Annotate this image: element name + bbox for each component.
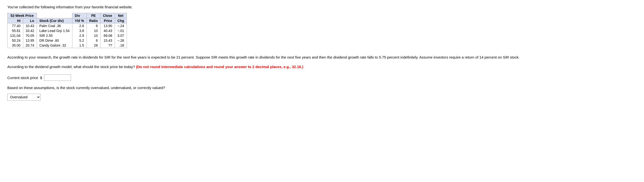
cell-hi-2: 131.04 (8, 33, 23, 38)
cell-lo-1: 33.42 (23, 28, 37, 33)
cell-pe-1: 10 (86, 28, 100, 33)
question-paragraph: According to the dividend growth model, … (7, 64, 637, 70)
header-52week: 52-Week Price (8, 13, 37, 18)
intro-text: You've collected the following informati… (7, 5, 637, 9)
valuation-select[interactable]: OvervaluedUndervaluedCorrectly valued (7, 94, 40, 100)
header-lo: Lo (23, 18, 37, 23)
header-empty (37, 13, 72, 18)
cell-stock-3: DR Dime .80 (37, 38, 72, 43)
stock-table-container: 52-Week Price Div PE Close Net Hi Lo Sto… (7, 13, 127, 48)
question-instruction: (Do not round intermediate calculations … (136, 65, 303, 69)
cell-div_yld-2: 2.9 (72, 33, 86, 38)
dollar-sign: $ (40, 76, 42, 80)
table-row: 35.0020.74Candy Galore .321.528??.18 (8, 43, 127, 48)
cell-pe-2: 10 (86, 33, 100, 38)
cell-lo-3: 13.95 (23, 38, 37, 43)
cell-close-2: 89.08 (100, 33, 115, 38)
valuation-select-container: OvervaluedUndervaluedCorrectly valued (7, 94, 637, 100)
cell-pe-0: 6 (86, 23, 100, 28)
table-row: 50.2413.95DR Dime .805.2615.43−.26 (8, 38, 127, 43)
cell-stock-1: Lake Lead Grp 1.54 (37, 28, 72, 33)
header-close: Close (100, 13, 115, 18)
cell-stock-0: Palm Coal .36 (37, 23, 72, 28)
header-net-chg: Chg (115, 18, 127, 23)
cell-close-3: 15.43 (100, 38, 115, 43)
header-stock: Stock (Cur div) (37, 18, 72, 23)
stock-table: 52-Week Price Div PE Close Net Hi Lo Sto… (7, 13, 127, 48)
valuation-label: Based on these assumptions, is the stock… (7, 86, 637, 90)
current-stock-price-input[interactable] (44, 74, 71, 81)
question-prefix: According to the dividend growth model, … (7, 65, 135, 69)
table-row: 55.8133.42Lake Lead Grp 1.543.81040.43−.… (8, 28, 127, 33)
cell-hi-4: 35.00 (8, 43, 23, 48)
table-header-row-1: 52-Week Price Div PE Close Net (8, 13, 127, 18)
cell-hi-0: 77.40 (8, 23, 23, 28)
cell-net-1: −.01 (115, 28, 127, 33)
cell-pe-4: 28 (86, 43, 100, 48)
cell-close-1: 40.43 (100, 28, 115, 33)
header-close-price: Price (100, 18, 115, 23)
cell-stock-4: Candy Galore .32 (37, 43, 72, 48)
cell-hi-1: 55.81 (8, 28, 23, 33)
cell-close-0: 13.90 (100, 23, 115, 28)
current-stock-price-label: Current stock price (7, 76, 38, 80)
table-row: 77.4010.43Palm Coal .362.6613.90−.24 (8, 23, 127, 28)
cell-lo-4: 20.74 (23, 43, 37, 48)
header-net: Net (115, 13, 127, 18)
cell-net-4: .18 (115, 43, 127, 48)
body-paragraph: According to your research, the growth r… (7, 55, 637, 60)
table-row: 131.0470.05SIR 2.552.91089.083.07 (8, 33, 127, 38)
cell-div_yld-1: 3.8 (72, 28, 86, 33)
cell-net-3: −.26 (115, 38, 127, 43)
header-pe-ratio: Ratio (86, 18, 100, 23)
cell-net-2: 3.07 (115, 33, 127, 38)
header-div: Div (72, 13, 86, 18)
cell-pe-3: 6 (86, 38, 100, 43)
header-div-yld: Yld % (72, 18, 86, 23)
table-header-row-2: Hi Lo Stock (Cur div) Yld % Ratio Price … (8, 18, 127, 23)
cell-lo-0: 10.43 (23, 23, 37, 28)
header-hi: Hi (8, 18, 23, 23)
cell-hi-3: 50.24 (8, 38, 23, 43)
header-pe: PE (86, 13, 100, 18)
current-stock-price-row: Current stock price $ (7, 74, 637, 81)
cell-div_yld-3: 5.2 (72, 38, 86, 43)
cell-close-4: ?? (100, 43, 115, 48)
cell-div_yld-4: 1.5 (72, 43, 86, 48)
cell-net-0: −.24 (115, 23, 127, 28)
cell-div_yld-0: 2.6 (72, 23, 86, 28)
cell-lo-2: 70.05 (23, 33, 37, 38)
cell-stock-2: SIR 2.55 (37, 33, 72, 38)
